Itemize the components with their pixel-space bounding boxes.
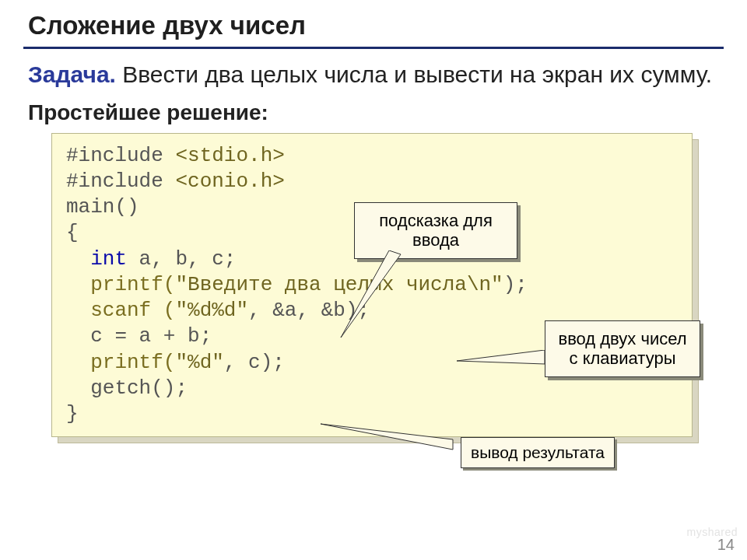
callout-output: вывод результата [461,437,615,468]
code-block: #include <stdio.h> #include <conio.h> ma… [51,133,693,438]
solution-heading: Простейшее решение: [23,100,724,125]
task-text: Ввести два целых числа и вывести на экра… [116,61,712,87]
title-rule [23,47,724,49]
slide: Сложение двух чисел Задача. Ввести два ц… [0,0,747,560]
callout-input: ввод двух чисел с клавиатуры [545,320,700,377]
task-paragraph: Задача. Ввести два целых числа и вывести… [23,60,724,89]
code-content: #include <stdio.h> #include <conio.h> ma… [51,133,693,438]
slide-title: Сложение двух чисел [23,11,724,47]
task-label: Задача. [28,61,116,87]
callout-hint: подсказка для ввода [354,202,517,259]
page-number: 14 [717,536,735,554]
